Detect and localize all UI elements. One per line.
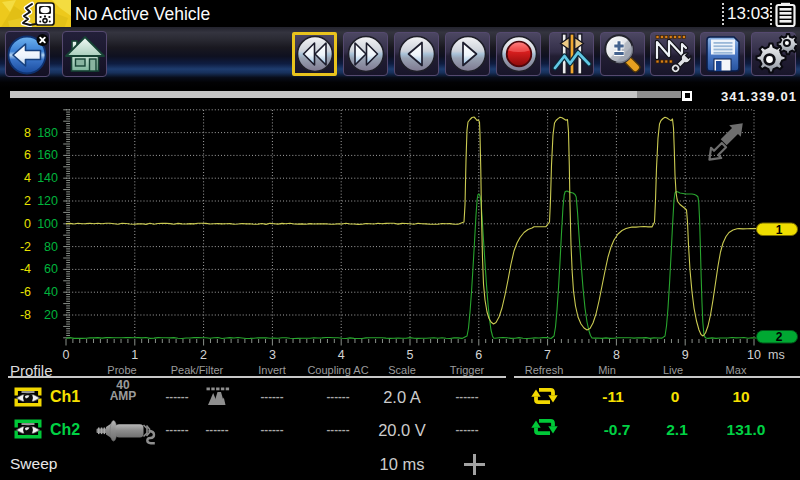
svg-text:1: 1	[131, 348, 138, 362]
svg-text:10: 10	[747, 348, 761, 362]
svg-text:-4: -4	[20, 262, 31, 276]
svg-text:-8: -8	[20, 308, 31, 322]
svg-text:6: 6	[24, 148, 31, 162]
svg-text:6: 6	[475, 348, 482, 362]
svg-text:8: 8	[613, 348, 620, 362]
svg-text:1: 1	[776, 223, 783, 237]
svg-text:100: 100	[37, 217, 58, 231]
svg-text:0: 0	[63, 348, 70, 362]
svg-text:20: 20	[44, 308, 58, 322]
svg-text:9: 9	[682, 348, 689, 362]
svg-text:8: 8	[24, 126, 31, 140]
svg-text:40: 40	[44, 285, 58, 299]
svg-text:5: 5	[407, 348, 414, 362]
svg-text:2: 2	[24, 194, 31, 208]
svg-text:4: 4	[338, 348, 345, 362]
svg-text:-2: -2	[20, 240, 31, 254]
svg-text:ms: ms	[768, 348, 785, 362]
svg-text:7: 7	[544, 348, 551, 362]
svg-text:3: 3	[269, 348, 276, 362]
svg-text:4: 4	[24, 171, 31, 185]
svg-text:160: 160	[37, 148, 58, 162]
svg-text:80: 80	[44, 240, 58, 254]
svg-text:0: 0	[24, 217, 31, 231]
svg-text:60: 60	[44, 262, 58, 276]
svg-text:140: 140	[37, 171, 58, 185]
svg-text:120: 120	[37, 194, 58, 208]
svg-text:-6: -6	[20, 285, 31, 299]
svg-text:2: 2	[776, 330, 783, 344]
svg-text:2: 2	[200, 348, 207, 362]
svg-text:180: 180	[37, 126, 58, 140]
